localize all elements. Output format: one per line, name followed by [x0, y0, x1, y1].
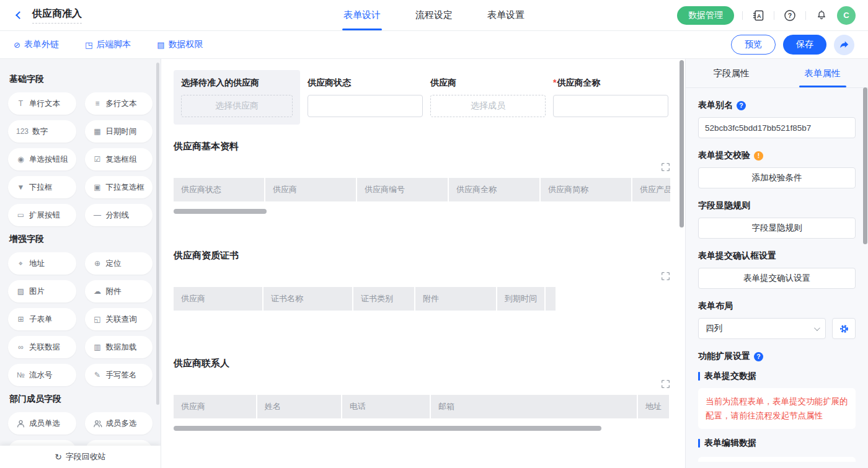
- subform-supplier-certificates[interactable]: 供应商资质证书 供应商证书名称证书类别附件到期时间: [174, 250, 670, 311]
- field-type-pill[interactable]: ☁ 附件: [85, 280, 153, 302]
- supplier-status-input[interactable]: [308, 95, 423, 117]
- field-supplier[interactable]: 供应商 选择成员: [430, 70, 546, 125]
- toolbar-actions: 预览 保存: [731, 35, 854, 55]
- form-alias-input[interactable]: [698, 117, 856, 138]
- notification-bell-icon[interactable]: [814, 8, 829, 23]
- layout-select[interactable]: 四列: [698, 318, 826, 339]
- field-type-pill[interactable]: ∞ 关联数据: [8, 336, 76, 358]
- help-icon[interactable]: ?: [782, 8, 797, 23]
- field-type-pill[interactable]: ▦ 日期时间: [85, 120, 153, 143]
- field-type-label: 附件: [106, 286, 122, 297]
- field-label: *供应商全称: [553, 77, 668, 89]
- edit-data-card-partial: [698, 457, 856, 462]
- field-type-pill[interactable]: ▼ 下拉框: [8, 176, 76, 198]
- field-type-pill[interactable]: 成员多选: [85, 412, 153, 435]
- field-type-pill[interactable]: ▭ 扩展按钮: [8, 204, 76, 226]
- field-type-pill[interactable]: № 流水号: [8, 364, 76, 386]
- field-type-pill[interactable]: T 单行文本: [8, 92, 76, 115]
- field-type-label: 定位: [106, 258, 122, 269]
- field-type-pill[interactable]: ☑ 复选框组: [85, 148, 153, 170]
- subform-header-row: 供应商姓名电话邮箱地址: [174, 395, 670, 418]
- subform-supplier-contacts[interactable]: 供应商联系人 供应商姓名电话邮箱地址: [174, 358, 670, 431]
- horizontal-scrollbar[interactable]: [174, 209, 267, 214]
- field-type-icon: ∞: [16, 343, 25, 351]
- divider: [742, 11, 743, 20]
- add-validation-button[interactable]: 添加校验条件: [698, 167, 856, 188]
- field-type-pill[interactable]: ⊞ 子表单: [8, 308, 76, 330]
- field-type-pill[interactable]: ≡ 多行文本: [85, 92, 153, 115]
- expand-fullscreen-icon[interactable]: [661, 272, 670, 281]
- extension-settings-label: 功能扩展设置 ?: [698, 351, 856, 362]
- field-supplier-fullname[interactable]: *供应商全称: [553, 70, 668, 125]
- subform-title: 供应商联系人: [174, 358, 670, 369]
- field-type-pill[interactable]: 123 数字: [8, 120, 76, 143]
- field-type-pill[interactable]: ▥ 数据加载: [85, 336, 153, 358]
- confirm-dialog-button[interactable]: 表单提交确认设置: [698, 268, 856, 289]
- flow-form-notice: 当前为流程表单，表单提交功能扩展的配置，请前往流程发起节点属性: [698, 388, 856, 429]
- share-button[interactable]: [834, 35, 854, 55]
- field-type-pill[interactable]: ◱ 关联查询: [85, 308, 153, 330]
- supplier-fullname-input[interactable]: [553, 95, 668, 117]
- contacts-icon[interactable]: A: [751, 8, 766, 23]
- svg-text:A: A: [757, 12, 761, 19]
- field-type-pill[interactable]: ✎ 手写签名: [85, 364, 153, 386]
- backend-script-button[interactable]: ◳ 后端脚本: [85, 39, 131, 50]
- field-type-pill[interactable]: ▣ 下拉复选框: [85, 176, 153, 198]
- form-external-link-button[interactable]: ⊘ 表单外链: [14, 39, 59, 50]
- visibility-rules-button[interactable]: 字段显隐规则: [698, 218, 856, 239]
- help-circle-icon[interactable]: ?: [737, 101, 746, 110]
- sidebar-scrollbar[interactable]: [156, 63, 159, 405]
- tab-form-properties[interactable]: 表单属性: [777, 59, 868, 87]
- field-type-icon: —: [93, 211, 102, 219]
- field-select-supplier[interactable]: 选择待准入的供应商 选择供应商: [174, 70, 300, 125]
- canvas-vertical-scrollbar[interactable]: [680, 60, 684, 227]
- save-button[interactable]: 保存: [783, 35, 826, 55]
- supplier-picker[interactable]: 选择供应商: [181, 95, 293, 117]
- horizontal-scrollbar[interactable]: [174, 426, 601, 431]
- form-layout-label: 表单布局: [698, 301, 856, 312]
- form-canvas: 选择待准入的供应商 选择供应商 供应商状态 供应商 选择成员 *供应商全称: [161, 59, 685, 468]
- user-avatar[interactable]: C: [837, 6, 856, 25]
- header-actions: 数据管理 A ? C: [677, 6, 856, 25]
- subform-header-row: 供应商状态供应商供应商编号供应商全称供应商简称供应产品: [174, 178, 670, 201]
- field-type-pill[interactable]: ⊕ 定位: [85, 252, 153, 275]
- subform-column-header: 供应商编号: [357, 178, 449, 201]
- field-type-icon: ▨: [16, 287, 25, 296]
- header-tabs: 表单设计 流程设定 表单设置: [343, 0, 525, 30]
- field-type-pill[interactable]: — 分割线: [85, 204, 153, 226]
- data-manage-button[interactable]: 数据管理: [677, 6, 734, 25]
- field-type-pill[interactable]: ⌖ 地址: [8, 252, 76, 275]
- subform-column-header: 地址: [638, 395, 670, 418]
- subform-column-header: 证书类别: [353, 287, 415, 311]
- page-title[interactable]: 供应商准入: [32, 7, 82, 24]
- tab-form-design[interactable]: 表单设计: [343, 0, 381, 30]
- help-circle-icon[interactable]: ?: [754, 352, 763, 361]
- field-type-icon: ▥: [93, 343, 102, 351]
- field-recycle-bin[interactable]: ↻ 字段回收站: [0, 446, 161, 468]
- member-picker[interactable]: 选择成员: [430, 95, 546, 117]
- warning-circle-icon[interactable]: !: [754, 151, 763, 161]
- field-type-label: 多行文本: [106, 99, 137, 109]
- field-type-label: 分割线: [106, 210, 130, 221]
- field-type-pill[interactable]: 成员单选: [8, 412, 76, 435]
- preview-button[interactable]: 预览: [731, 35, 776, 55]
- tab-form-setting[interactable]: 表单设置: [487, 0, 525, 30]
- field-type-icon: ▣: [93, 183, 102, 192]
- field-supplier-status[interactable]: 供应商状态: [308, 70, 423, 125]
- submit-validation-label: 表单提交校验 !: [698, 150, 856, 161]
- expand-fullscreen-icon[interactable]: [661, 379, 670, 389]
- panel-scrollbar[interactable]: [863, 87, 867, 244]
- field-type-pill[interactable]: ◉ 单选按钮组: [8, 148, 76, 170]
- subform-supplier-basic-info[interactable]: 供应商基本资料 供应商状态供应商供应商编号供应商全称供应商简称供应产品: [174, 141, 670, 214]
- layout-settings-button[interactable]: [832, 318, 856, 339]
- field-type-pill[interactable]: ▨ 图片: [8, 280, 76, 302]
- expand-fullscreen-icon[interactable]: [661, 162, 670, 172]
- data-permission-button[interactable]: ▤ 数据权限: [157, 39, 203, 50]
- tab-field-properties[interactable]: 字段属性: [686, 59, 777, 87]
- share-arrow-icon: [839, 40, 849, 50]
- back-button[interactable]: [12, 9, 26, 22]
- field-type-label: 复选框组: [106, 154, 137, 165]
- tab-process-setting[interactable]: 流程设定: [415, 0, 453, 30]
- form-toolbar: ⊘ 表单外链 ◳ 后端脚本 ▤ 数据权限 预览 保存: [0, 31, 868, 59]
- subform-column-header: 附件: [415, 287, 497, 311]
